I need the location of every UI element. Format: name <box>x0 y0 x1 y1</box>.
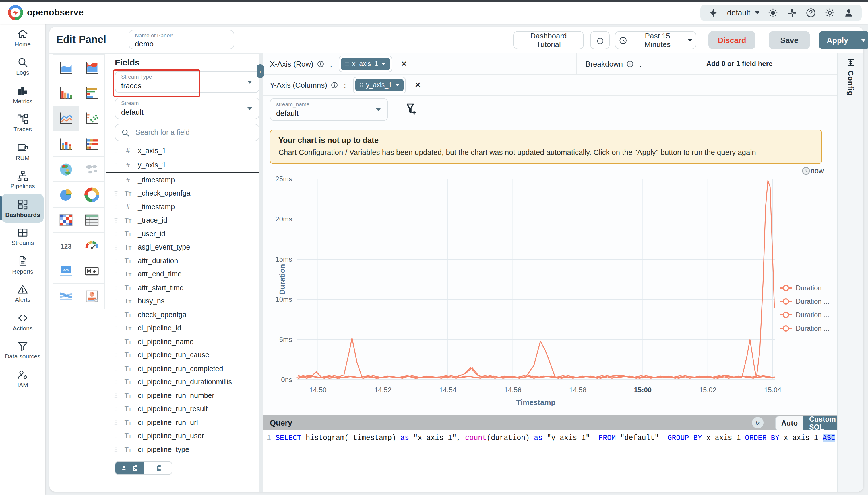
gear-icon[interactable] <box>824 7 835 18</box>
field-item-ci_pipeline_type[interactable]: TTci_pipeline_type <box>106 443 260 453</box>
field-item-busy_ns[interactable]: TTbusy_ns <box>106 294 260 308</box>
sidebar-item-traces[interactable]: Traces <box>0 109 45 137</box>
sidebar-item-reports[interactable]: Reports <box>0 251 45 279</box>
sidebar-item-logs[interactable]: Logs <box>0 52 45 80</box>
drag-handle-icon[interactable] <box>114 365 118 372</box>
drag-handle-icon[interactable] <box>114 190 118 197</box>
field-view-user-button[interactable] <box>115 462 144 474</box>
field-item-asgi_event_type[interactable]: TTasgi_event_type <box>106 241 260 254</box>
panel-name-input[interactable] <box>135 39 228 48</box>
sidebar-item-iam[interactable]: IAM <box>0 364 45 393</box>
field-item-_timestamp[interactable]: #_timestamp <box>106 200 260 214</box>
function-icon[interactable]: fx <box>752 417 764 428</box>
field-item-check_openfga[interactable]: TTcheck_openfga <box>106 308 260 322</box>
drag-handle-icon[interactable] <box>114 244 118 251</box>
drag-handle-icon[interactable] <box>114 177 118 184</box>
drag-handle-icon[interactable] <box>114 285 118 291</box>
field-item-ci_pipeline_run_completed[interactable]: TTci_pipeline_run_completed <box>106 362 260 375</box>
field-item-ci_pipeline_run_durationmillis[interactable]: TTci_pipeline_run_durationmillis <box>106 375 260 389</box>
sidebar-item-dashboards[interactable]: Dashboards <box>2 194 44 222</box>
chart-type-area[interactable] <box>53 55 79 81</box>
chart-type-geomap[interactable] <box>53 157 79 182</box>
collapse-fields-handle[interactable]: ‹ <box>257 64 264 78</box>
drag-handle-icon[interactable] <box>114 147 118 154</box>
y-axis-field-pill[interactable]: y_axis_1 <box>355 79 404 91</box>
drag-handle-icon[interactable] <box>114 392 118 399</box>
org-selector[interactable]: default <box>727 8 759 17</box>
drag-handle-icon[interactable] <box>114 338 118 345</box>
chart-type-table[interactable] <box>79 208 105 233</box>
field-item-attr_start_time[interactable]: TTattr_start_time <box>106 281 260 294</box>
theme-toggle-icon[interactable] <box>768 7 779 18</box>
query-mode-custom-sql-button[interactable]: Custom SQL <box>803 416 841 430</box>
brand[interactable]: openobserve <box>8 5 83 20</box>
chart-type-area-stacked[interactable] <box>79 55 105 81</box>
chart-type-markdown[interactable] <box>79 258 105 284</box>
field-item-_timestamp[interactable]: #_timestamp <box>106 173 260 187</box>
save-button[interactable]: Save <box>769 31 810 49</box>
add-filter-button[interactable] <box>404 102 419 116</box>
stream-select[interactable]: Stream default <box>115 98 260 119</box>
x-axis-field-pill[interactable]: x_axis_1 <box>341 58 390 70</box>
drag-handle-icon[interactable] <box>114 217 118 224</box>
stream-name-select[interactable]: stream_name default <box>270 98 388 121</box>
chart-type-sankey[interactable] <box>53 284 79 309</box>
time-range-selector[interactable]: Past 15 Minutes <box>615 31 697 49</box>
x-axis-remove-button[interactable]: ✕ <box>401 59 407 68</box>
field-item-ci_pipeline_run_user[interactable]: TTci_pipeline_run_user <box>106 429 260 443</box>
chart-type-line[interactable] <box>53 106 79 131</box>
sidebar-item-metrics[interactable]: Metrics <box>0 80 45 109</box>
field-item-x_axis_1[interactable]: #x_axis_1 <box>106 143 260 158</box>
sidebar-item-alerts[interactable]: Alerts <box>0 279 45 307</box>
panel-name-field[interactable]: Name of Panel* <box>129 30 234 49</box>
chart-type-h-bar[interactable] <box>79 81 105 106</box>
sidebar-item-pipelines[interactable]: Pipelines <box>0 166 45 194</box>
help-icon[interactable] <box>805 7 816 18</box>
field-item-y_axis_1[interactable]: #y_axis_1 <box>106 158 260 172</box>
drag-handle-icon[interactable] <box>114 379 118 386</box>
dashboard-tutorial-button[interactable]: Dashboard Tutorial <box>513 31 584 49</box>
field-item-ci_pipeline_run_number[interactable]: TTci_pipeline_run_number <box>106 389 260 403</box>
sidebar-item-home[interactable]: Home <box>0 23 45 52</box>
sparkle-icon[interactable] <box>708 7 719 18</box>
drag-handle-icon[interactable] <box>114 311 118 318</box>
field-item-ci_pipeline_id[interactable]: TTci_pipeline_id <box>106 322 260 335</box>
drag-handle-icon[interactable] <box>114 271 118 278</box>
apply-button[interactable]: Apply <box>819 31 868 49</box>
drag-handle-icon[interactable] <box>114 446 118 453</box>
drag-handle-icon[interactable] <box>114 352 118 359</box>
y-axis-remove-button[interactable]: ✕ <box>414 80 421 89</box>
panel-info-button[interactable] <box>590 31 610 49</box>
panel-splitter[interactable] <box>260 53 263 492</box>
drag-handle-icon[interactable] <box>114 406 118 413</box>
profile-icon[interactable] <box>843 7 854 18</box>
drag-handle-icon[interactable] <box>114 433 118 440</box>
field-item-ci_pipeline_run_result[interactable]: TTci_pipeline_run_result <box>106 403 260 416</box>
field-item-_user_id[interactable]: TT_user_id <box>106 227 260 241</box>
drag-handle-icon[interactable] <box>114 161 118 168</box>
breakdown-drop-hint[interactable]: Add 0 or 1 field here <box>665 53 814 74</box>
slack-icon[interactable] <box>786 7 797 18</box>
chart-type-metric[interactable]: 123 <box>53 233 79 258</box>
drag-handle-icon[interactable] <box>114 419 118 426</box>
drag-handle-icon[interactable] <box>114 325 118 332</box>
chart-type-heatmap[interactable] <box>53 208 79 233</box>
chart-type-donut[interactable] <box>79 182 105 208</box>
field-search-input[interactable] <box>134 128 253 137</box>
config-tab[interactable]: Config <box>838 58 864 96</box>
drag-handle-icon[interactable] <box>114 298 118 305</box>
sidebar-item-streams[interactable]: Streams <box>0 222 45 251</box>
field-item-_check_openfga[interactable]: TT_check_openfga <box>106 187 260 200</box>
sql-editor[interactable]: 1 SELECT histogram(_timestamp) as "x_axi… <box>263 430 837 492</box>
field-item-ci_pipeline_run_cause[interactable]: TTci_pipeline_run_cause <box>106 348 260 362</box>
field-item-ci_pipeline_name[interactable]: TTci_pipeline_name <box>106 335 260 348</box>
chart-type-h-stacked[interactable] <box>79 131 105 157</box>
chart-type-bar[interactable] <box>53 81 79 106</box>
field-item-attr_end_time[interactable]: TTattr_end_time <box>106 268 260 281</box>
sidebar-item-rum[interactable]: RUM <box>0 137 45 166</box>
drag-handle-icon[interactable] <box>114 258 118 264</box>
discard-button[interactable]: Discard <box>708 31 755 49</box>
drag-handle-icon[interactable] <box>114 204 118 210</box>
query-mode-auto-button[interactable]: Auto <box>775 416 803 430</box>
timeseries-chart[interactable]: 0ns5ms10ms15ms20ms25ms14:5014:5214:5414:… <box>263 165 837 412</box>
